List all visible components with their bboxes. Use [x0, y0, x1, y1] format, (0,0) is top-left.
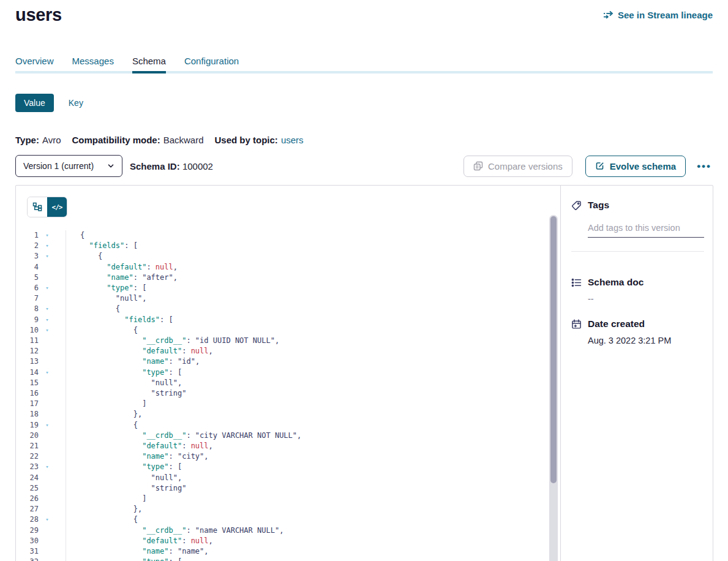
code-line[interactable]: 18 },: [16, 409, 560, 420]
code-view-icon: </>: [52, 203, 62, 211]
schema-doc-value: --: [588, 294, 704, 304]
code-editor[interactable]: 1▾{2▾ "fields": [3▾ {4 "default": null,5…: [16, 230, 560, 561]
code-line[interactable]: 7 "null",: [16, 293, 560, 304]
code-line[interactable]: 14▾ "type": [: [16, 367, 560, 378]
json-punctuation: ,: [297, 431, 301, 440]
json-string: "after": [142, 273, 173, 282]
code-line[interactable]: 16 "string": [16, 388, 560, 399]
fold-spacer: [39, 346, 56, 356]
editor-gutter: 30: [16, 536, 66, 546]
line-number: 17: [16, 399, 39, 409]
value-toggle-button[interactable]: Value: [15, 94, 54, 112]
page-title: users: [15, 5, 62, 25]
fold-toggle-icon[interactable]: ▾: [39, 514, 56, 525]
key-toggle-button[interactable]: Key: [69, 98, 83, 108]
json-punctuation: :: [169, 357, 178, 366]
json-string: "null": [116, 294, 142, 303]
code-line[interactable]: 31 "name": "name",: [16, 546, 560, 557]
code-line[interactable]: 26 ]: [16, 494, 560, 504]
code-line[interactable]: 2▾ "fields": [: [16, 241, 560, 251]
code-line[interactable]: 24 "null",: [16, 473, 560, 483]
editor-gutter: 12: [16, 346, 66, 356]
code-text: "default": null,: [66, 536, 213, 546]
tree-view-icon: [32, 202, 42, 212]
code-line[interactable]: 6▾ "type": [: [16, 283, 560, 293]
json-string: "null": [151, 378, 178, 387]
schema-sidebar: Tags Schema doc --: [561, 186, 713, 561]
fold-toggle-icon[interactable]: ▾: [39, 230, 56, 241]
tree-view-button[interactable]: [28, 197, 47, 217]
code-line[interactable]: 30 "default": null,: [16, 536, 560, 546]
fold-toggle-icon[interactable]: ▾: [39, 251, 56, 262]
line-number: 8: [16, 304, 39, 314]
code-line[interactable]: 3▾ {: [16, 251, 560, 262]
code-line[interactable]: 9▾ "fields": [: [16, 315, 560, 325]
json-null: null: [191, 537, 209, 545]
fold-toggle-icon[interactable]: ▾: [39, 283, 56, 293]
json-key: "fields": [89, 241, 124, 250]
fold-toggle-icon[interactable]: ▾: [39, 367, 56, 378]
stream-lineage-link[interactable]: See in Stream lineage: [603, 10, 713, 20]
tab-messages[interactable]: Messages: [72, 56, 114, 71]
code-text: ]: [66, 399, 146, 409]
json-punctuation: [80, 294, 116, 303]
code-line[interactable]: 5 "name": "after",: [16, 273, 560, 283]
code-line[interactable]: 20 "__crdb__": "city VARCHAR NOT NULL",: [16, 431, 560, 441]
json-punctuation: [80, 357, 142, 366]
tags-section: Tags: [571, 200, 704, 252]
editor-gutter: 27: [16, 504, 66, 514]
editor-scrollbar[interactable]: [549, 215, 558, 561]
json-key: "default": [142, 537, 182, 545]
code-text: "fields": [: [66, 241, 138, 251]
used-by-topic-link[interactable]: users: [281, 135, 304, 145]
line-number: 20: [16, 431, 39, 441]
version-select[interactable]: Version 1 (current): [15, 155, 122, 177]
more-options-button[interactable]: •••: [696, 159, 713, 174]
code-line[interactable]: 25 "string": [16, 483, 560, 494]
line-number: 24: [16, 473, 39, 483]
code-line[interactable]: 19▾ {: [16, 420, 560, 431]
code-line[interactable]: 17 ]: [16, 399, 560, 409]
code-line[interactable]: 15 "null",: [16, 378, 560, 388]
tab-schema[interactable]: Schema: [132, 56, 166, 71]
compare-versions-label: Compare versions: [488, 161, 563, 171]
fold-toggle-icon[interactable]: ▾: [39, 325, 56, 336]
tab-configuration[interactable]: Configuration: [184, 56, 239, 71]
code-text: "__crdb__": "name VARCHAR NULL",: [66, 525, 283, 536]
code-line[interactable]: 11 "__crdb__": "id UUID NOT NULL",: [16, 336, 560, 346]
line-number: 13: [16, 356, 39, 367]
fold-toggle-icon[interactable]: ▾: [39, 315, 56, 325]
code-line[interactable]: 27 },: [16, 504, 560, 514]
code-line[interactable]: 13 "name": "id",: [16, 356, 560, 367]
code-line[interactable]: 10▾ {: [16, 325, 560, 336]
json-punctuation: [80, 537, 142, 545]
editor-gutter: 16: [16, 388, 66, 399]
schema-editor-pane: </> 1▾{2▾ "fields": [3▾ {4 "default": nu…: [16, 186, 561, 561]
code-text: "null",: [66, 473, 182, 483]
fold-toggle-icon[interactable]: ▾: [39, 557, 56, 561]
code-line[interactable]: 21 "default": null,: [16, 441, 560, 451]
fold-toggle-icon[interactable]: ▾: [39, 462, 56, 472]
schema-id-value: 100002: [182, 161, 213, 171]
add-tags-input[interactable]: [588, 223, 704, 238]
code-line[interactable]: 22 "name": "city",: [16, 451, 560, 462]
evolve-schema-button[interactable]: Evolve schema: [585, 156, 686, 177]
scrollbar-thumb[interactable]: [550, 216, 557, 483]
tag-icon: [571, 200, 582, 211]
code-line[interactable]: 12 "default": null,: [16, 346, 560, 356]
code-line[interactable]: 4 "default": null,: [16, 262, 560, 273]
code-line[interactable]: 23▾ "type": [: [16, 462, 560, 472]
code-line[interactable]: 28▾ {: [16, 514, 560, 525]
json-punctuation: [80, 263, 107, 271]
fold-toggle-icon[interactable]: ▾: [39, 241, 56, 251]
code-line[interactable]: 32▾ "type": [: [16, 557, 560, 561]
code-line[interactable]: 1▾{: [16, 230, 560, 241]
fold-toggle-icon[interactable]: ▾: [39, 420, 56, 431]
tab-overview[interactable]: Overview: [15, 56, 54, 71]
compare-versions-button[interactable]: Compare versions: [463, 156, 572, 177]
code-line[interactable]: 29 "__crdb__": "name VARCHAR NULL",: [16, 525, 560, 536]
code-view-button[interactable]: </>: [47, 197, 67, 217]
code-line[interactable]: 8▾ {: [16, 304, 560, 314]
json-punctuation: {: [80, 304, 120, 313]
fold-toggle-icon[interactable]: ▾: [39, 304, 56, 314]
